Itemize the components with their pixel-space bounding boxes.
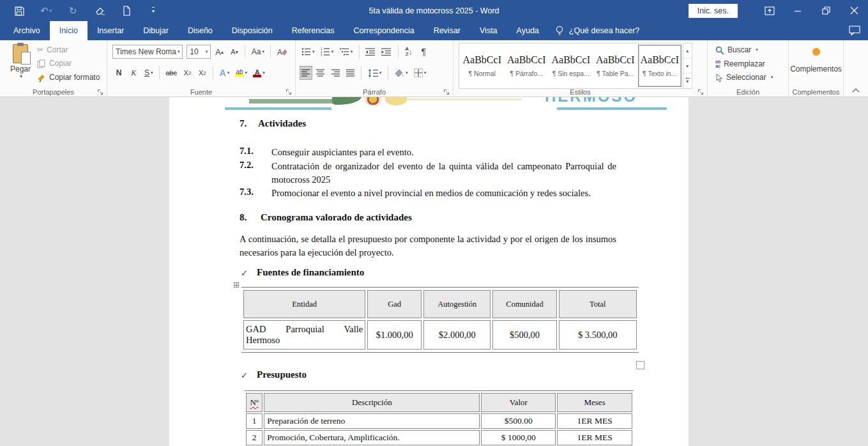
budget-table[interactable]: Nº Descripción Valor Meses 1 Preparación… xyxy=(245,390,634,446)
restore-button[interactable] xyxy=(812,0,840,21)
numbering-button[interactable]: 123▾ xyxy=(319,45,336,59)
clipboard-icon xyxy=(13,44,28,63)
redo-icon[interactable]: ↻ xyxy=(66,4,79,17)
draw-eraser-icon[interactable] xyxy=(93,4,106,17)
font-color-button[interactable]: A▾ xyxy=(251,66,267,80)
change-case-button[interactable]: Aa▾ xyxy=(250,45,266,59)
styles-scroll-down-icon[interactable]: ▼ xyxy=(683,59,692,74)
dialog-launcher-fuente[interactable] xyxy=(286,88,293,95)
bold-button[interactable]: N xyxy=(112,66,125,80)
copy-icon xyxy=(37,59,46,68)
multilevel-list-button[interactable]: ▾ xyxy=(338,45,355,59)
document-area[interactable]: HERMOSO 7. Actividades 7.1. Conseguir au… xyxy=(0,97,868,446)
style-parrafo[interactable]: AaBbCcI ¶ Párrafo... xyxy=(505,45,549,87)
intro-paragraph: A continuación, se detalla el presupuest… xyxy=(240,233,616,259)
paste-button[interactable]: Pegar ▾ xyxy=(6,43,34,93)
line-spacing-button[interactable]: ▾ xyxy=(366,66,384,80)
replace-button[interactable]: abac Reemplazar xyxy=(715,59,773,68)
dialog-launcher-estilos[interactable] xyxy=(697,88,705,95)
funding-data-row: GAD Parroquial Valle Hermoso $1.000,00 $… xyxy=(243,320,637,350)
header-teal-line-left xyxy=(225,107,331,110)
budget-heading: Presupuesto xyxy=(257,369,307,380)
tab-correspondencia[interactable]: Correspondencia xyxy=(344,21,423,40)
new-document-icon[interactable] xyxy=(120,4,133,17)
style-normal[interactable]: AaBbCcI ¶ Normal xyxy=(461,45,504,87)
group-label-estilos: Estilos xyxy=(453,88,707,96)
group-label-edicion: Edición xyxy=(708,88,788,96)
format-painter-button[interactable]: Copiar formato xyxy=(37,73,100,82)
find-button[interactable]: Buscar▾ xyxy=(715,45,773,55)
paste-dropdown-icon[interactable]: ▾ xyxy=(8,73,34,79)
sign-in-button[interactable]: Inic. ses. xyxy=(689,4,738,18)
tab-ayuda[interactable]: Ayuda xyxy=(507,21,549,40)
clear-formatting-button[interactable]: A xyxy=(275,45,289,59)
tab-disposicion[interactable]: Disposición xyxy=(222,21,282,40)
table-move-handle-icon[interactable]: ⊞ xyxy=(233,281,240,289)
document-page[interactable]: HERMOSO 7. Actividades 7.1. Conseguir au… xyxy=(169,97,689,446)
select-button[interactable]: Seleccionar▾ xyxy=(715,73,773,82)
tab-diseno[interactable]: Diseño xyxy=(178,21,222,40)
italic-button[interactable]: K xyxy=(127,66,140,80)
highlight-button[interactable]: ab▾ xyxy=(233,66,249,80)
budget-1-valor: $500.00 xyxy=(481,413,556,429)
shrink-font-button[interactable]: A▾ xyxy=(228,45,241,59)
font-name-combo[interactable]: Times New Roma▾ xyxy=(112,45,183,59)
funding-cell-comunidad: $500,00 xyxy=(492,320,556,350)
collapse-ribbon-icon[interactable] xyxy=(849,85,863,95)
align-right-button[interactable] xyxy=(330,66,342,80)
style-sin-espaciado[interactable]: AaBbCcI ¶ Sin espa... xyxy=(549,45,593,87)
tab-archivo[interactable]: Archivo xyxy=(4,21,50,40)
tell-me-box[interactable]: ¿Qué desea hacer? xyxy=(549,21,646,40)
sort-button[interactable]: AZ↓ xyxy=(402,45,415,59)
tab-inicio[interactable]: Inicio xyxy=(50,21,88,40)
tab-insertar[interactable]: Insertar xyxy=(88,21,133,40)
styles-more-icon[interactable]: ▼ xyxy=(683,73,692,88)
cut-button[interactable]: ✂ Cortar xyxy=(37,45,100,54)
justify-button[interactable] xyxy=(344,66,357,80)
funding-cell-total: $ 3.500,00 xyxy=(559,320,637,350)
shading-button[interactable]: ▾ xyxy=(392,66,410,80)
tab-revisar[interactable]: Revisar xyxy=(424,21,470,40)
copy-button[interactable]: Copiar xyxy=(37,59,100,68)
funding-cell-entity: GAD Parroquial Valle Hermoso xyxy=(243,320,365,350)
style-table-paragraph[interactable]: AaBbCcI ¶ Table Pa... xyxy=(594,45,637,87)
show-marks-button[interactable]: ¶ xyxy=(417,45,430,59)
tab-dibujar[interactable]: Dibujar xyxy=(133,21,178,40)
style-texto-independiente[interactable]: AaBbCcI ¶ Texto in... xyxy=(638,45,681,87)
decrease-indent-button[interactable] xyxy=(363,45,377,59)
feedback-icon[interactable] xyxy=(849,24,860,36)
align-center-button[interactable] xyxy=(314,66,327,80)
borders-button[interactable]: ▾ xyxy=(412,66,429,80)
save-icon[interactable] xyxy=(13,4,26,17)
grow-font-button[interactable]: A▴ xyxy=(213,45,226,59)
styles-scroll-up-icon[interactable]: ▲ xyxy=(683,43,692,59)
superscript-button[interactable]: X2 xyxy=(196,66,209,80)
text-effects-button[interactable]: A▾ xyxy=(218,66,232,80)
funding-table[interactable]: Entidad Gad Autogestión Comunidad Total … xyxy=(241,287,639,353)
table-resize-handle[interactable] xyxy=(636,361,644,369)
dialog-launcher-parrafo[interactable] xyxy=(443,88,451,95)
strikethrough-button[interactable]: abc xyxy=(164,66,179,80)
increase-indent-button[interactable] xyxy=(379,45,393,59)
align-left-button[interactable] xyxy=(300,66,312,80)
tab-referencias[interactable]: Referencias xyxy=(282,21,344,40)
tab-vista[interactable]: Vista xyxy=(470,21,507,40)
header-logo-emblem xyxy=(365,97,381,106)
minimize-button[interactable] xyxy=(784,0,812,21)
font-size-combo[interactable]: 10▾ xyxy=(187,45,211,59)
titlebar-right: Inic. ses. xyxy=(689,0,868,21)
close-button[interactable] xyxy=(840,0,868,21)
dialog-launcher-portapapeles[interactable] xyxy=(97,88,105,95)
group-label-parrafo: Párrafo xyxy=(296,88,453,96)
group-label-fuente: Fuente xyxy=(107,88,295,96)
undo-icon[interactable]: ↶▾ xyxy=(40,4,52,17)
addins-button[interactable]: Complementos xyxy=(789,47,843,73)
ribbon-display-options-icon[interactable] xyxy=(756,0,784,21)
funding-cell-autogestion: $2.000,00 xyxy=(423,320,491,350)
header-cut-text: HERMOSO xyxy=(545,97,637,102)
budget-1-desc: Preparación de terreno xyxy=(264,413,480,429)
bullets-button[interactable]: ▾ xyxy=(300,45,317,59)
underline-button[interactable]: S▾ xyxy=(142,66,155,80)
subscript-button[interactable]: X2 xyxy=(181,66,194,80)
customize-qat-icon[interactable]: ▾ xyxy=(147,4,160,17)
